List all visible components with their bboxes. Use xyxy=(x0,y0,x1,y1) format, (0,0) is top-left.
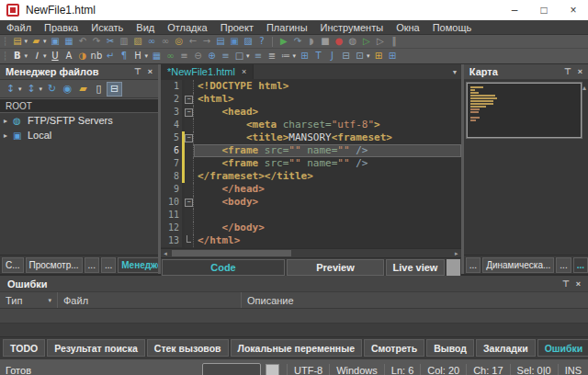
menu-file[interactable]: Файл xyxy=(0,22,38,33)
pin-icon[interactable]: ⊤ xyxy=(134,67,141,76)
hyperlink-icon[interactable]: ⊕ xyxy=(206,51,218,62)
fullscreen-icon[interactable]: ▣ xyxy=(228,36,240,47)
redo-icon[interactable]: ↷ xyxy=(90,36,102,47)
comment-tag-icon[interactable]: ⊖ xyxy=(192,51,204,62)
toggle-breakpoint-icon[interactable]: ● xyxy=(333,36,345,47)
new-document-icon[interactable]: ▯ xyxy=(92,83,106,96)
textarea-icon[interactable]: T xyxy=(312,51,324,62)
close-icon[interactable]: × xyxy=(559,0,588,20)
step-into-icon[interactable]: ◗ xyxy=(305,36,317,47)
line-break-icon[interactable]: ↵ xyxy=(104,51,116,62)
breakpoints-window-icon[interactable]: ◍ xyxy=(346,36,358,47)
preview-in-browser-icon[interactable]: ∞ xyxy=(164,51,176,62)
heading-dropdown-icon[interactable]: ▾ xyxy=(144,52,148,60)
snippets-icon[interactable]: ▨ xyxy=(242,36,254,47)
run-to-cursor-icon[interactable]: ▷ xyxy=(360,36,372,47)
tab-list-dropdown-icon[interactable]: ▼ xyxy=(448,64,461,79)
code-line-10[interactable]: 10 − <body> xyxy=(161,196,461,209)
menu-search[interactable]: Искать xyxy=(85,22,130,33)
find-icon[interactable]: ∞ xyxy=(145,36,157,47)
tab-more-4[interactable]: ... xyxy=(556,257,571,273)
code-line-6[interactable]: 6 <frame src="" name="" /> xyxy=(161,144,461,157)
tab-todo[interactable]: TODO xyxy=(3,339,45,357)
tab-more-2[interactable]: ... xyxy=(101,257,116,273)
code-line-4[interactable]: 4 <meta charset="utf-8"> xyxy=(161,119,461,131)
code-editor[interactable]: 1 <!DOCTYPE html> 2 − <html> 3 − <head> … xyxy=(161,79,461,248)
status-input[interactable] xyxy=(202,363,261,375)
frameset-icon[interactable]: ⊞ xyxy=(373,51,385,62)
errors-list[interactable] xyxy=(0,309,588,336)
open-file-dropdown-icon[interactable]: ▾ xyxy=(43,38,47,45)
horizontal-scrollbar[interactable]: ◂ ▸ xyxy=(161,248,461,257)
input-field-icon[interactable]: ⊟ xyxy=(340,51,352,62)
align-center-icon[interactable]: ≡ xyxy=(220,51,232,62)
navigate-back-icon[interactable]: ← xyxy=(187,36,198,47)
tab-bookmarks[interactable]: Закладки xyxy=(476,339,536,357)
table-icon[interactable]: ⊞ xyxy=(299,51,311,62)
filter-dropdown-icon[interactable]: ▾ xyxy=(48,297,51,304)
expand-icon[interactable]: ▸ xyxy=(4,117,13,125)
toolbar-grip-icon[interactable]: ┆ xyxy=(3,51,7,61)
code-line-13[interactable]: 13 </html> xyxy=(161,234,461,247)
sort-by-type-dropdown-icon[interactable]: ▾ xyxy=(40,85,43,93)
code-line-2[interactable]: 2 − <html> xyxy=(161,93,461,106)
new-file-icon[interactable]: ▤ xyxy=(11,36,23,47)
menu-project[interactable]: Проект xyxy=(214,22,260,33)
div-box-dropdown-icon[interactable]: ▾ xyxy=(246,52,250,60)
sort-by-type-icon[interactable]: ↕ xyxy=(25,83,39,96)
view-tab-code[interactable]: Code xyxy=(162,259,285,276)
list-icon[interactable]: ≔ xyxy=(279,51,291,62)
toolbar-grip-icon[interactable]: ┆ xyxy=(3,37,7,46)
column-header-description[interactable]: Описание xyxy=(242,292,588,308)
menu-plugins[interactable]: Плагины xyxy=(260,22,314,33)
code-line-12[interactable]: 12 </body> xyxy=(161,222,461,234)
run-icon[interactable]: ▶ xyxy=(277,36,289,47)
code-line-7[interactable]: 7 <frame src="" name="" /> xyxy=(161,157,461,170)
code-line-5[interactable]: 5 − <title>MANSORY<frameset> xyxy=(161,131,461,144)
code-line-1[interactable]: 1 <!DOCTYPE html> xyxy=(161,80,461,93)
tree-item-ftp-sftp-servers[interactable]: ▸ ◍ FTP/SFTP Servers xyxy=(0,113,158,128)
menu-windows[interactable]: Окна xyxy=(390,22,426,33)
ftp-connection-icon[interactable]: ▰ xyxy=(76,83,90,96)
scrollbar-thumb[interactable] xyxy=(172,250,291,256)
sort-by-name-icon[interactable]: ↕ xyxy=(4,83,17,96)
tab-close-icon[interactable]: × xyxy=(242,67,246,76)
menu-edit[interactable]: Правка xyxy=(38,22,85,33)
non-breaking-space-icon[interactable]: nb xyxy=(90,51,102,62)
tab-watch[interactable]: Смотреть xyxy=(364,339,424,357)
cut-icon[interactable]: ✂ xyxy=(104,36,116,47)
bold-icon[interactable]: B xyxy=(11,51,23,62)
help-icon[interactable]: ? xyxy=(255,36,267,47)
save-all-icon[interactable]: ▦ xyxy=(62,36,74,47)
tree-view-icon[interactable]: ⊟ xyxy=(107,83,121,96)
code-minimap[interactable] xyxy=(467,83,582,138)
scroll-right-icon[interactable]: ▸ xyxy=(452,250,461,257)
expand-icon[interactable]: ▸ xyxy=(4,131,13,140)
tab-output[interactable]: Вывод xyxy=(426,339,474,357)
fold-collapse-icon[interactable]: − xyxy=(185,96,193,104)
find-in-files-icon[interactable]: ◎ xyxy=(173,36,185,47)
tab-more-5[interactable]: ... xyxy=(573,257,588,273)
status-button[interactable] xyxy=(266,364,279,375)
splitter-handle[interactable] xyxy=(447,259,460,276)
tree-root-header[interactable]: ROOT xyxy=(0,98,158,113)
code-line-8[interactable]: 8 </frameset></title> xyxy=(161,170,461,183)
paragraph-icon[interactable]: ¶ xyxy=(118,51,130,62)
tab-s-truncated[interactable]: С... xyxy=(2,257,24,273)
tab-preview-panel[interactable]: Просмотр... xyxy=(26,257,83,273)
tab-dynamic-help[interactable]: Динамическа... xyxy=(482,257,554,273)
sort-by-name-dropdown-icon[interactable]: ▾ xyxy=(18,85,22,93)
heading-icon[interactable]: H xyxy=(131,51,143,62)
insert-image-icon[interactable]: ▦ xyxy=(151,51,163,62)
tab-errors[interactable]: Ошибки xyxy=(537,339,588,357)
tab-search-results[interactable]: Результат поиска xyxy=(47,339,145,357)
open-file-icon[interactable]: ▰ xyxy=(30,36,42,47)
list-dropdown-icon[interactable]: ▾ xyxy=(292,52,296,60)
close-icon[interactable]: × xyxy=(576,279,581,289)
layout-icon[interactable]: ⊞ xyxy=(387,51,399,62)
div-box-icon[interactable]: □ xyxy=(233,51,245,62)
column-header-type[interactable]: Тип ▾ xyxy=(0,292,58,308)
new-file-dropdown-icon[interactable]: ▾ xyxy=(24,38,28,45)
pin-icon[interactable]: ⊤ xyxy=(564,67,571,76)
close-icon[interactable]: × xyxy=(578,67,582,76)
